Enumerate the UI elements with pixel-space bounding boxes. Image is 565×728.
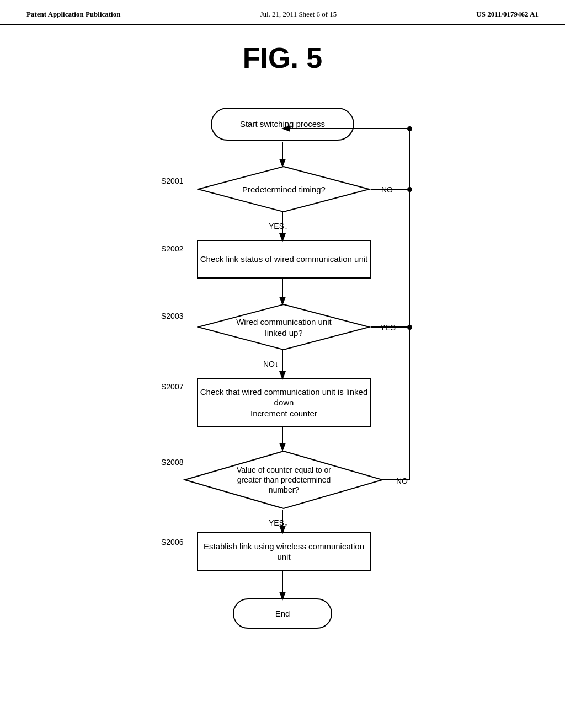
- figure-title: FIG. 5: [0, 41, 565, 74]
- flowchart-diagram: Start switching process S2001 Predetermi…: [89, 91, 476, 698]
- header-date-sheet: Jul. 21, 2011 Sheet 6 of 15: [260, 10, 337, 19]
- timing-yes-label: YES↓: [269, 221, 288, 231]
- timing-diamond: Predetermined timing? NO YES↓: [197, 165, 371, 213]
- header-patent-number: US 2011/0179462 A1: [476, 10, 539, 19]
- step-s2003: S2003: [161, 312, 183, 320]
- start-label: Start switching process: [240, 119, 325, 130]
- dot-linked-yes: [407, 325, 412, 330]
- step-s2006: S2006: [161, 538, 183, 547]
- step-s2001: S2001: [161, 176, 183, 185]
- establish-label: Establish link using wireless communicat…: [198, 541, 370, 563]
- counter-diamond: Value of counter equal to or greater tha…: [183, 449, 385, 510]
- counter-no-label: NO: [396, 476, 408, 486]
- header-publication-label: Patent Application Publication: [26, 10, 120, 19]
- linked-up-diamond: Wired communication unit linked up? YES …: [197, 303, 371, 351]
- end-label: End: [275, 608, 290, 619]
- step-s2008: S2008: [161, 458, 183, 467]
- check-wired-label: Check link status of wired communication…: [200, 254, 367, 265]
- linked-no-label: NO↓: [263, 359, 279, 369]
- check-wired-node: Check link status of wired communication…: [197, 240, 371, 279]
- counter-yes-label: YES↓: [269, 518, 288, 528]
- page-header: Patent Application Publication Jul. 21, …: [0, 0, 565, 25]
- timing-no-label: NO: [381, 185, 393, 195]
- end-node: End: [233, 598, 332, 629]
- dot-timing-no: [407, 187, 412, 192]
- linked-yes-label: YES: [380, 323, 396, 333]
- step-s2002: S2002: [161, 244, 183, 253]
- establish-node: Establish link using wireless communicat…: [197, 532, 371, 571]
- dot-top-right: [407, 126, 412, 131]
- step-s2007: S2007: [161, 382, 183, 391]
- start-node: Start switching process: [211, 108, 354, 141]
- check-down-node: Check that wired communication unit is l…: [197, 378, 371, 427]
- check-down-label: Check that wired communication unit is l…: [198, 387, 370, 419]
